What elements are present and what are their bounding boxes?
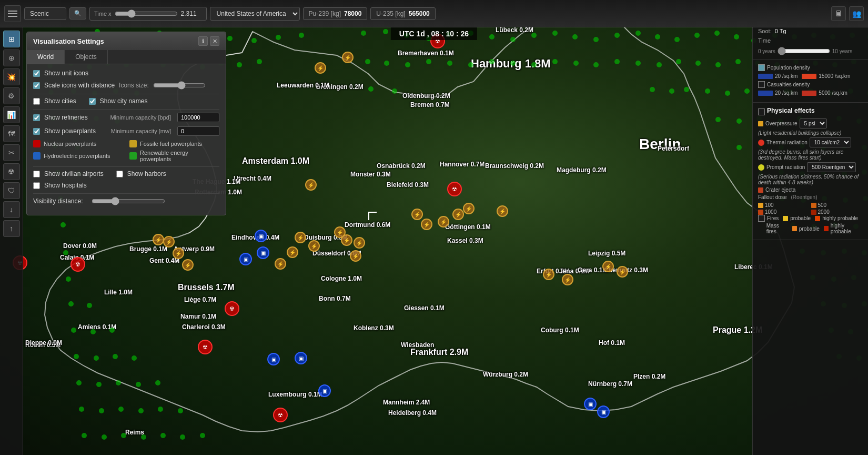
renewable-icon[interactable]: [744, 88, 750, 94]
renewable-icon[interactable]: [66, 276, 71, 282]
renewable-icon[interactable]: [251, 38, 257, 43]
menu-button[interactable]: [4, 5, 21, 22]
renewable-icon[interactable]: [655, 34, 660, 39]
renewable-icon[interactable]: [96, 382, 102, 387]
map-icon[interactable]: 🗺: [3, 125, 20, 142]
renewable-icon[interactable]: [552, 59, 558, 64]
renewable-icon[interactable]: [87, 303, 92, 308]
renewable-icon[interactable]: [552, 31, 558, 36]
renewable-icon[interactable]: [715, 117, 721, 122]
renewable-icon[interactable]: [736, 145, 742, 150]
renewable-icon[interactable]: [695, 61, 701, 66]
renewable-icon[interactable]: [593, 37, 599, 42]
renewable-icon[interactable]: [180, 434, 185, 440]
fossil-plant-icon[interactable]: ⚡: [163, 236, 175, 248]
overpressure-select[interactable]: 5 psi: [800, 118, 827, 128]
renewable-icon[interactable]: [227, 36, 233, 41]
visibility-slider[interactable]: [92, 197, 165, 205]
renewable-icon[interactable]: [94, 355, 99, 361]
nuclear-plant-icon[interactable]: ☢: [447, 182, 462, 196]
fossil-plant-icon[interactable]: ⚡: [350, 250, 361, 262]
explosion-icon[interactable]: 💥: [3, 68, 20, 85]
renewable-icon[interactable]: [71, 328, 76, 333]
renewable-icon[interactable]: [489, 34, 494, 39]
renewable-icon[interactable]: [68, 301, 74, 306]
country-select[interactable]: United States of America: [210, 7, 300, 21]
renewable-icon[interactable]: [116, 380, 121, 385]
min-cap-mw-input[interactable]: [177, 126, 219, 136]
renewable-icon[interactable]: [714, 31, 720, 36]
renewable-icon[interactable]: [74, 354, 79, 359]
show-refineries-cb[interactable]: [33, 114, 40, 121]
fossil-plant-icon[interactable]: ⚡: [305, 179, 317, 191]
fossil-plant-icon[interactable]: ⚡: [295, 232, 306, 243]
renewable-icon[interactable]: [684, 87, 689, 92]
fossil-plant-icon[interactable]: ⚡: [315, 62, 326, 74]
renewable-icon[interactable]: [237, 62, 242, 67]
renewable-icon[interactable]: [489, 59, 494, 64]
renewable-icon[interactable]: [657, 62, 662, 67]
renewable-icon[interactable]: [650, 87, 655, 92]
renewable-icon[interactable]: [593, 62, 599, 67]
renewable-icon[interactable]: [118, 407, 124, 412]
nuclear-plant-icon[interactable]: ☢: [198, 340, 213, 354]
pop-density-cb[interactable]: [758, 64, 765, 71]
renewable-icon[interactable]: [90, 329, 96, 334]
unit-icon[interactable]: ▣: [257, 246, 269, 259]
show-city-names-cb[interactable]: [89, 98, 96, 105]
renewable-icon[interactable]: [76, 380, 82, 385]
layers-icon[interactable]: ⊞: [3, 31, 20, 47]
unit-icon[interactable]: ▣: [295, 352, 307, 364]
down-arrow-icon[interactable]: ↓: [3, 201, 20, 218]
renewable-icon[interactable]: [82, 433, 87, 438]
show-powerplants-cb[interactable]: [33, 128, 40, 135]
renewable-icon[interactable]: [141, 434, 146, 440]
renewable-icon[interactable]: [510, 37, 516, 42]
renewable-icon[interactable]: [426, 59, 431, 64]
renewable-icon[interactable]: [531, 33, 537, 38]
unit-icon[interactable]: ▣: [239, 253, 252, 265]
nuclear-plant-icon[interactable]: ☢: [225, 301, 239, 316]
fossil-plant-icon[interactable]: ⚡: [411, 209, 423, 220]
time-slider[interactable]: [115, 9, 178, 18]
scale-icons-cb[interactable]: [33, 82, 40, 89]
unit-icon[interactable]: ▣: [318, 384, 331, 397]
renewable-icon[interactable]: [121, 433, 126, 438]
nuclear-plant-icon[interactable]: ☢: [70, 257, 85, 272]
fossil-plant-icon[interactable]: ⚡: [341, 234, 352, 246]
renewable-icon[interactable]: [669, 88, 674, 94]
min-cap-bpd-input[interactable]: [177, 113, 219, 122]
renewable-icon[interactable]: [468, 62, 473, 67]
show-airports-cb[interactable]: [33, 171, 40, 177]
settings-icon[interactable]: ⚙: [3, 87, 20, 104]
renewable-icon[interactable]: [63, 250, 68, 255]
renewable-icon[interactable]: [299, 33, 304, 38]
fossil-plant-icon[interactable]: ⚡: [602, 261, 614, 272]
renewable-icon[interactable]: [365, 59, 370, 64]
renewable-icon[interactable]: [368, 86, 374, 92]
show-harbors-cb[interactable]: [116, 171, 123, 177]
renewable-icon[interactable]: [694, 33, 700, 38]
renewable-icon[interactable]: [383, 29, 388, 34]
renewable-icon[interactable]: [405, 62, 410, 67]
renewable-icon[interactable]: [573, 61, 579, 66]
renewable-icon[interactable]: [79, 407, 84, 412]
renewable-icon[interactable]: [155, 380, 160, 385]
renewable-icon[interactable]: [725, 91, 730, 96]
renewable-icon[interactable]: [735, 59, 741, 64]
nuclear-plant-icon[interactable]: ☢: [273, 408, 288, 422]
renewable-icon[interactable]: [572, 34, 578, 39]
renewable-icon[interactable]: [99, 408, 104, 413]
renewable-icon[interactable]: [676, 59, 681, 64]
up-arrow-icon[interactable]: ↑: [3, 220, 20, 237]
renewable-icon[interactable]: [614, 33, 620, 38]
renewable-icon[interactable]: [531, 62, 537, 67]
nuclear-icon[interactable]: ☢: [3, 163, 20, 180]
renewable-icon[interactable]: [60, 222, 66, 228]
renewable-icon[interactable]: [384, 61, 389, 66]
fossil-plant-icon[interactable]: ⚡: [497, 205, 508, 217]
renewable-icon[interactable]: [160, 433, 166, 438]
unit-icon[interactable]: ▣: [267, 353, 280, 365]
vis-close-button[interactable]: ✕: [210, 36, 219, 46]
fossil-plant-icon[interactable]: ⚡: [452, 209, 464, 220]
